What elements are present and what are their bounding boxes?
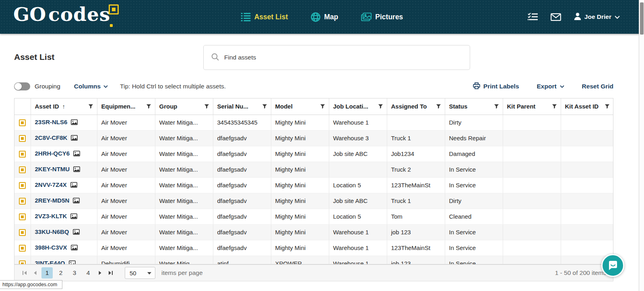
asset-id-link[interactable]: 2NVV-7Z4X: [35, 181, 67, 188]
cell-status: In Service: [445, 240, 503, 256]
qr-cell: [14, 146, 31, 162]
filter-icon[interactable]: [494, 103, 499, 110]
page-size-select[interactable]: 50: [125, 267, 155, 279]
cell-serial: dfaefgsadv: [213, 146, 271, 162]
mail-icon[interactable]: [551, 13, 561, 21]
page-button-1[interactable]: 1: [41, 267, 53, 279]
qr-cell: [14, 256, 31, 264]
cell-kit-asset-id: [561, 130, 613, 146]
column-header-job-locati[interactable]: Job Locati...: [329, 98, 387, 115]
filter-icon[interactable]: [262, 103, 267, 110]
chat-button[interactable]: [601, 254, 624, 277]
filter-icon[interactable]: [378, 103, 383, 110]
photo-icon[interactable]: [73, 198, 80, 205]
browser-scrollbar[interactable]: [639, 0, 644, 291]
photo-icon[interactable]: [70, 213, 77, 220]
user-menu[interactable]: Joe Drier: [574, 12, 620, 22]
table-row[interactable]: 3INT-E44QDehumidifi...Water Mitig...atin…: [14, 256, 613, 264]
cell-kit-parent: [503, 240, 561, 256]
table-row[interactable]: 2KEY-NTMUAir MoverWater Mitiga...dfaefgs…: [14, 162, 613, 177]
filter-icon[interactable]: [146, 103, 151, 110]
cell-serial: dfaefgsadv: [213, 177, 271, 193]
asset-id-link[interactable]: 33KU-N6BQ: [35, 228, 69, 235]
cell-status: In Service: [445, 177, 503, 193]
cell-job-location: Location 5: [329, 177, 387, 193]
tasks-icon[interactable]: [528, 12, 538, 21]
cell-serial: dfaefgsadv: [213, 209, 271, 224]
filter-icon[interactable]: [552, 103, 557, 110]
nav-asset-list[interactable]: Asset List: [241, 13, 288, 21]
page-button-3[interactable]: 3: [69, 267, 80, 279]
cell-kit-parent: [503, 256, 561, 264]
cell-model: Mighty Mini: [271, 162, 329, 177]
page-button-4[interactable]: 4: [83, 267, 94, 279]
column-label: Model: [275, 103, 293, 110]
column-header-kit-asset-id[interactable]: Kit Asset ID: [561, 98, 613, 115]
table-row[interactable]: 23SR-NLS6Air MoverWater Mitiga...3454353…: [14, 115, 613, 130]
column-header-kit-parent[interactable]: Kit Parent: [503, 98, 561, 115]
print-labels-button[interactable]: Print Labels: [473, 82, 519, 91]
asset-id-link[interactable]: 2KEY-NTMU: [35, 166, 70, 172]
filter-icon[interactable]: [204, 103, 209, 110]
table-row[interactable]: 2HRH-QCY6Air MoverWater Mitiga...dfaefgs…: [14, 146, 613, 162]
last-page-button[interactable]: [105, 268, 116, 278]
cell-job-location: [329, 162, 387, 177]
table-row[interactable]: 2NVV-7Z4XAir MoverWater Mitiga...dfaefgs…: [14, 177, 613, 193]
filter-icon[interactable]: [320, 103, 325, 110]
next-page-button[interactable]: [95, 268, 105, 278]
filter-icon[interactable]: [605, 103, 610, 110]
search-input[interactable]: [224, 54, 462, 61]
cell-model: Mighty Mini: [271, 240, 329, 256]
photo-icon[interactable]: [73, 229, 80, 236]
table-row[interactable]: 2C8V-CF8KAir MoverWater Mitiga...dfaefgs…: [14, 130, 613, 146]
cell-assigned-to: job 123: [387, 256, 445, 264]
photo-icon[interactable]: [73, 151, 80, 158]
column-header-model[interactable]: Model: [271, 98, 329, 115]
table-row[interactable]: 2REY-MD5NAir MoverWater Mitiga...dfaefgs…: [14, 193, 613, 209]
export-dropdown[interactable]: Export: [537, 83, 564, 90]
column-header-asset-id[interactable]: Asset ID↑: [31, 98, 97, 115]
asset-id-link[interactable]: 2C8V-CF8K: [35, 134, 68, 141]
asset-id-link[interactable]: 398H-C3VX: [35, 244, 67, 251]
gocodes-logo[interactable]: GOcodes: [13, 3, 110, 31]
page-button-2[interactable]: 2: [55, 267, 66, 279]
user-name: Joe Drier: [584, 13, 611, 20]
asset-id-link[interactable]: 23SR-NLS6: [35, 119, 68, 125]
column-header-status[interactable]: Status: [445, 98, 503, 115]
cell-serial: dfaefgsadv: [213, 224, 271, 240]
columns-dropdown[interactable]: Columns: [74, 83, 108, 90]
photo-icon[interactable]: [71, 245, 78, 252]
photo-icon[interactable]: [69, 260, 76, 264]
asset-id-link[interactable]: 2REY-MD5N: [35, 197, 70, 204]
first-page-button[interactable]: [19, 268, 30, 278]
reset-grid-button[interactable]: Reset Grid: [582, 83, 613, 90]
printer-icon: [473, 82, 480, 91]
grouping-toggle[interactable]: [14, 82, 30, 90]
nav-pictures[interactable]: Pictures: [361, 12, 403, 22]
table-row[interactable]: 33KU-N6BQAir MoverWater Mitiga...dfaefgs…: [14, 224, 613, 240]
table-row[interactable]: 398H-C3VXAir MoverWater Mitiga...dfaefgs…: [14, 240, 613, 256]
column-header-assigned-to[interactable]: Assigned To: [387, 98, 445, 115]
asset-id-cell: 2VZ3-KLTK: [31, 209, 97, 224]
scrollbar-thumb[interactable]: [640, 2, 644, 35]
photo-icon[interactable]: [71, 135, 78, 142]
nav-map[interactable]: Map: [310, 12, 338, 22]
filter-icon[interactable]: [88, 103, 93, 110]
asset-id-link[interactable]: 2HRH-QCY6: [35, 150, 70, 157]
photo-icon[interactable]: [71, 119, 78, 126]
chevron-down-icon: [103, 85, 108, 88]
asset-id-link[interactable]: 3INT-E44Q: [35, 260, 65, 264]
photo-icon[interactable]: [73, 166, 80, 173]
cell-group: Water Mitiga...: [155, 209, 213, 224]
table-row[interactable]: 2VZ3-KLTKAir MoverWater Mitiga...dfaefgs…: [14, 209, 613, 224]
filter-icon[interactable]: [436, 103, 441, 110]
column-header-group[interactable]: Group: [155, 98, 213, 115]
photo-icon[interactable]: [70, 182, 77, 189]
column-header-serial-nu[interactable]: Serial Nu...: [213, 98, 271, 115]
cell-model: Mighty Mini: [271, 209, 329, 224]
cell-group: Water Mitiga...: [155, 130, 213, 146]
qr-cell: [14, 240, 31, 256]
asset-id-link[interactable]: 2VZ3-KLTK: [35, 213, 67, 219]
previous-page-button[interactable]: [30, 268, 40, 278]
column-header-equipmen[interactable]: Equipmen...: [97, 98, 155, 115]
